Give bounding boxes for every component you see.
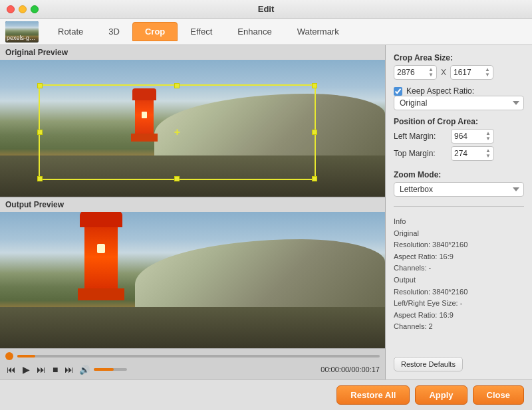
keep-aspect-ratio-label: Keep Aspect Ratio: [406, 86, 474, 96]
info-output-channels: Channels: 2 [394, 321, 524, 333]
left-margin-row: Left Margin: 964 ▲ ▼ [394, 129, 524, 144]
tab-watermark[interactable]: Watermark [285, 22, 352, 41]
height-down-arrow[interactable]: ▼ [485, 72, 490, 78]
apply-button[interactable]: Apply [415, 385, 467, 405]
progress-circle[interactable] [5, 352, 13, 360]
main-content: Original Preview [0, 45, 532, 379]
tab-effect[interactable]: Effect [178, 22, 225, 41]
width-value: 2876 [397, 68, 428, 77]
left-margin-arrows[interactable]: ▲ ▼ [485, 131, 491, 142]
keep-aspect-ratio-checkbox[interactable] [394, 87, 402, 96]
width-down-arrow[interactable]: ▼ [428, 72, 434, 78]
left-margin-spinbox[interactable]: 964 ▲ ▼ [451, 129, 494, 144]
crop-handle-top-mid[interactable] [174, 83, 180, 88]
window-title: Edit [258, 4, 275, 14]
crop-handle-bottom-right[interactable] [312, 176, 317, 181]
right-panel-bottom: Restore Defaults [394, 357, 524, 371]
tab-crop[interactable]: Crop [132, 22, 178, 41]
info-title: Info [394, 216, 524, 228]
left-margin-label: Left Margin: [394, 132, 447, 141]
crop-handle-top-right[interactable] [312, 83, 317, 88]
info-output-resolution: Resolution: 3840*2160 [394, 286, 524, 298]
time-display: 00:00:00/00:00:17 [321, 365, 380, 373]
minimize-window-button[interactable] [19, 5, 27, 13]
top-margin-down[interactable]: ▼ [485, 154, 491, 159]
info-output-aspect: Aspect Ratio: 16:9 [394, 310, 524, 322]
crop-handle-top-left[interactable] [37, 83, 43, 88]
video-controls: ⏮ ▶ ⏭ ■ ⏭ 🔊 00:00:00/00:00:17 [0, 348, 385, 379]
play-button[interactable]: ▶ [21, 363, 31, 376]
crop-area-size-section: Crop Area Size: 2876 ▲ ▼ X 1617 ▲ ▼ [394, 53, 524, 80]
left-margin-value: 964 [454, 132, 485, 141]
progress-track[interactable] [17, 355, 380, 358]
traffic-lights[interactable] [7, 5, 39, 13]
crop-selection-box[interactable] [39, 84, 316, 180]
divider [394, 206, 524, 207]
height-arrows[interactable]: ▲ ▼ [485, 67, 490, 78]
info-output-eye-size: Left/Right Eye Size: - [394, 298, 524, 310]
progress-fill [17, 355, 35, 358]
top-margin-row: Top Margin: 274 ▲ ▼ [394, 146, 524, 161]
restore-defaults-button[interactable]: Restore Defaults [394, 357, 463, 371]
info-original-channels: Channels: - [394, 262, 524, 274]
tab-rotate[interactable]: Rotate [45, 22, 96, 41]
height-spinbox[interactable]: 1617 ▲ ▼ [450, 65, 493, 80]
crop-handle-mid-left[interactable] [37, 130, 43, 135]
bottom-bar: Restore All Apply Close [0, 379, 532, 410]
progress-bar-container[interactable] [5, 352, 380, 360]
height-value: 1617 [454, 68, 485, 77]
info-output-label: Output [394, 274, 524, 286]
left-margin-down[interactable]: ▼ [485, 136, 491, 142]
x-separator: X [441, 68, 446, 77]
info-original-aspect: Aspect Ratio: 16:9 [394, 251, 524, 263]
preview-section: Original Preview [0, 45, 386, 379]
tabs-container: Rotate 3D Crop Effect Enhance Watermark [45, 22, 352, 41]
close-button[interactable]: Close [473, 385, 524, 405]
info-section: Info Original Resolution: 3840*2160 Aspe… [394, 216, 524, 333]
aspect-ratio-dropdown[interactable]: Original 16:9 4:3 1:1 Custom [394, 96, 524, 110]
info-original-label: Original [394, 228, 524, 240]
crop-handle-mid-right[interactable] [312, 130, 317, 135]
zoom-mode-label: Zoom Mode: [394, 170, 524, 179]
tab-enhance[interactable]: Enhance [225, 22, 284, 41]
width-spinbox[interactable]: 2876 ▲ ▼ [394, 65, 437, 80]
top-margin-value: 274 [454, 149, 485, 158]
width-arrows[interactable]: ▲ ▼ [428, 67, 434, 78]
skip-end-button[interactable]: ⏭ [63, 363, 75, 376]
lighthouse-output [84, 214, 118, 300]
top-margin-arrows[interactable]: ▲ ▼ [485, 148, 491, 159]
volume-fill [94, 368, 114, 371]
zoom-mode-dropdown[interactable]: Letterbox Pan & Scan Full [394, 182, 524, 197]
output-preview-area [0, 212, 385, 349]
output-preview-label: Output Preview [0, 197, 385, 212]
title-bar: Edit [0, 0, 532, 19]
zoom-mode-section: Zoom Mode: Letterbox Pan & Scan Full [394, 170, 524, 197]
maximize-window-button[interactable] [31, 5, 39, 13]
crop-handle-bottom-mid[interactable] [174, 176, 180, 181]
volume-icon: 🔊 [79, 365, 90, 375]
file-thumbnail[interactable]: pexels-gyl... [5, 21, 39, 43]
position-label: Position of Crop Area: [394, 117, 524, 126]
right-panel: Crop Area Size: 2876 ▲ ▼ X 1617 ▲ ▼ [386, 45, 532, 379]
top-margin-spinbox[interactable]: 274 ▲ ▼ [451, 146, 494, 161]
position-crop-area-section: Position of Crop Area: Left Margin: 964 … [394, 117, 524, 163]
tab-3d[interactable]: 3D [96, 22, 132, 41]
skip-backward-button[interactable]: ⏮ [5, 363, 17, 376]
step-forward-button[interactable]: ⏭ [35, 363, 47, 376]
original-preview-label: Original Preview [0, 45, 385, 60]
crop-area-size-row: 2876 ▲ ▼ X 1617 ▲ ▼ [394, 65, 524, 80]
controls-row: ⏮ ▶ ⏭ ■ ⏭ 🔊 00:00:00/00:00:17 [5, 363, 380, 376]
info-original-resolution: Resolution: 3840*2160 [394, 239, 524, 251]
volume-bar[interactable] [94, 368, 127, 371]
file-thumb-label: pexels-gyl... [7, 35, 37, 41]
crop-handle-bottom-left[interactable] [37, 176, 43, 181]
checkbox-row: Keep Aspect Ratio: [394, 86, 524, 96]
keep-aspect-ratio-section: Keep Aspect Ratio: Original 16:9 4:3 1:1… [394, 86, 524, 110]
original-preview-area [0, 60, 385, 197]
tab-bar: pexels-gyl... Rotate 3D Crop Effect Enha… [0, 19, 532, 45]
top-margin-label: Top Margin: [394, 149, 447, 158]
stop-button[interactable]: ■ [51, 363, 59, 376]
restore-all-button[interactable]: Restore All [336, 385, 410, 405]
crop-area-size-label: Crop Area Size: [394, 53, 524, 62]
close-window-button[interactable] [7, 5, 15, 13]
